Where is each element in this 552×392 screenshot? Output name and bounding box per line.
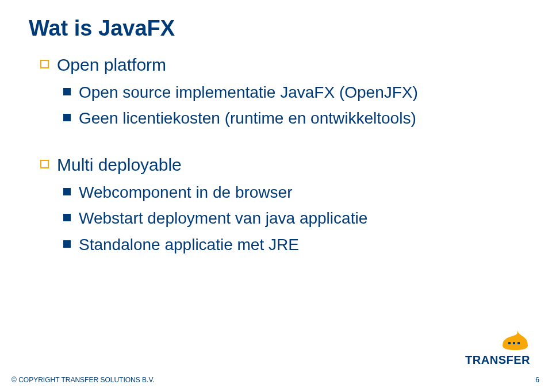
slide-title: Wat is JavaFX [29, 16, 523, 41]
bullet-level2-text: Webcomponent in de browser [79, 182, 292, 203]
bullet-level1-text: Open platform [57, 53, 166, 77]
bullet-square-solid-icon [63, 88, 71, 95]
logo: TRANSFER [465, 329, 530, 367]
svg-rect-1 [513, 342, 515, 344]
logo-text: TRANSFER [465, 353, 530, 367]
footer-copyright: © COPYRIGHT TRANSFER SOLUTIONS B.V. [12, 376, 155, 384]
svg-rect-0 [508, 342, 511, 344]
slide: Wat is JavaFX Open platform Open source … [0, 0, 552, 392]
bullet-level2-text: Open source implementatie JavaFX (OpenJF… [79, 82, 418, 103]
bullet-level2: Open source implementatie JavaFX (OpenJF… [63, 82, 523, 103]
bullet-square-solid-icon [63, 188, 71, 195]
svg-rect-2 [518, 342, 520, 344]
bullet-level1: Multi deployable [40, 153, 523, 177]
spacer [29, 134, 523, 153]
transfer-logo-icon [500, 329, 530, 350]
page-number: 6 [535, 376, 539, 384]
bullet-level2: Geen licentiekosten (runtime en ontwikke… [63, 107, 523, 129]
bullet-level2: Webcomponent in de browser [63, 182, 523, 203]
bullet-level2-text: Webstart deployment van java applicatie [79, 207, 367, 229]
bullet-level2: Standalone applicatie met JRE [63, 234, 523, 256]
bullet-square-outline-icon [40, 160, 49, 168]
bullet-level2-text: Geen licentiekosten (runtime en ontwikke… [79, 107, 416, 129]
bullet-level2-text: Standalone applicatie met JRE [79, 234, 299, 256]
bullet-square-outline-icon [40, 60, 49, 68]
bullet-level2: Webstart deployment van java applicatie [63, 207, 523, 229]
bullet-level1-text: Multi deployable [57, 153, 182, 177]
bullet-level1: Open platform [40, 53, 523, 77]
bullet-square-solid-icon [63, 114, 71, 121]
bullet-square-solid-icon [63, 214, 71, 221]
bullet-square-solid-icon [63, 240, 71, 248]
